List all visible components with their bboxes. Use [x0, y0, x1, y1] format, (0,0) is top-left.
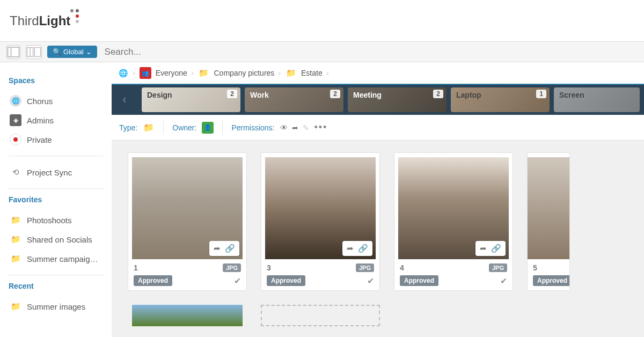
eye-icon[interactable]: 👁 — [280, 123, 288, 132]
search-scope-icon: 🔍 — [53, 48, 61, 56]
share-icon[interactable]: ➦ — [480, 244, 487, 253]
tab-label: Work — [250, 91, 269, 99]
tab-work[interactable]: Work 2 — [245, 87, 343, 112]
asset-card[interactable]: ➦ 🔗 1 JPG Approved ✔ — [128, 152, 247, 291]
folder-icon: 📁 — [10, 233, 21, 245]
asset-format-badge: JPG — [223, 263, 241, 272]
asset-card[interactable]: 5 Approved — [527, 152, 570, 291]
folder-icon: 📁 — [285, 67, 297, 79]
tab-label: Meeting — [353, 91, 382, 99]
group-icon[interactable]: 👥 — [140, 67, 151, 79]
avatar-icon — [10, 134, 21, 145]
sidebar-item-photoshoots[interactable]: 📁 Photoshoots — [9, 210, 103, 230]
share-icon[interactable]: ➦ — [292, 123, 298, 132]
asset-card[interactable]: ➦ 🔗 3 JPG Approved ✔ — [261, 152, 380, 291]
link-icon[interactable]: 🔗 — [491, 244, 501, 253]
brand-text: ThirdLight — [10, 13, 70, 28]
tab-design[interactable]: Design 2 — [142, 87, 240, 112]
asset-card[interactable] — [128, 305, 247, 326]
chevron-down-icon: ⌄ — [86, 48, 92, 56]
recent-heading: Recent — [9, 282, 103, 290]
asset-status-badge: Approved — [533, 275, 570, 286]
breadcrumb-item[interactable]: Everyone — [156, 69, 187, 77]
chevron-right-icon: › — [279, 70, 281, 76]
asset-status-badge: Approved — [400, 275, 438, 286]
folder-icon[interactable]: 📁 — [143, 122, 155, 134]
tab-meeting[interactable]: Meeting 2 — [348, 87, 447, 112]
divider — [9, 275, 103, 275]
more-menu-button[interactable]: ••• — [314, 122, 328, 133]
shield-icon: ◈ — [10, 114, 21, 126]
sidebar-item-label: Photoshoots — [27, 216, 71, 225]
global-scope-button[interactable]: 🔍 Global ⌄ — [47, 46, 97, 58]
global-label: Global — [63, 48, 84, 56]
tab-count: 2 — [227, 90, 237, 98]
link-icon[interactable]: 🔗 — [225, 244, 235, 253]
breadcrumb-item[interactable]: Company pictures — [214, 69, 275, 77]
tab-screen[interactable]: Screen — [554, 87, 640, 112]
asset-thumbnail: ➦ 🔗 — [132, 157, 243, 259]
asset-format-badge: JPG — [356, 263, 374, 272]
tab-count: 2 — [433, 90, 443, 98]
asset-number: 5 — [533, 263, 537, 272]
sidebar-item-sync[interactable]: ⟲ Project Sync — [9, 163, 103, 182]
sidebar-item-label: Shared on Socials — [27, 235, 92, 244]
edit-icon[interactable]: ✎ — [303, 123, 309, 132]
folder-icon: 📁 — [10, 214, 21, 226]
share-icon[interactable]: ➦ — [214, 244, 221, 253]
tab-label: Design — [147, 91, 172, 99]
asset-actions: ➦ 🔗 — [342, 241, 372, 256]
drop-zone[interactable] — [261, 305, 380, 326]
tab-label: Screen — [559, 91, 584, 99]
sidebar-item-private[interactable]: Private — [9, 130, 103, 149]
asset-number: 3 — [267, 263, 271, 272]
asset-status-badge: Approved — [134, 275, 172, 286]
link-icon[interactable]: 🔗 — [358, 244, 368, 253]
globe-icon: 🌐 — [10, 95, 21, 107]
sidebar-item-summer-campaign[interactable]: 📁 Summer campaign… — [9, 249, 103, 268]
divider — [222, 121, 223, 135]
owner-label: Owner: — [172, 123, 196, 132]
grid-layout-button[interactable] — [26, 45, 42, 59]
app-header: ThirdLight — [0, 0, 644, 42]
folder-icon: 📁 — [198, 67, 210, 79]
asset-thumbnail: ➦ 🔗 — [265, 157, 376, 259]
sidebar-item-summer-images[interactable]: 📁 Summer images — [9, 297, 103, 316]
permission-icons: 👁 ➦ ✎ — [280, 123, 309, 132]
sidebar-item-label: Private — [27, 135, 52, 144]
folder-icon: 📁 — [10, 253, 21, 265]
sidebar-item-shared-socials[interactable]: 📁 Shared on Socials — [9, 230, 103, 249]
sidebar-item-label: Chorus — [27, 97, 53, 106]
tab-laptop[interactable]: Laptop 1 — [451, 87, 550, 112]
tab-label: Laptop — [456, 91, 481, 99]
globe-icon[interactable]: 🌐 — [117, 67, 129, 79]
asset-card[interactable]: ➦ 🔗 4 JPG Approved ✔ — [394, 152, 513, 291]
sidebar-item-chorus[interactable]: 🌐 Chorus — [9, 91, 103, 111]
share-icon[interactable]: ➦ — [347, 244, 354, 253]
asset-number: 1 — [134, 263, 138, 272]
sidebar-toggle-button[interactable] — [6, 45, 20, 59]
chevron-right-icon: › — [133, 70, 135, 76]
sidebar-item-label: Summer campaign… — [27, 254, 102, 263]
asset-format-badge: JPG — [489, 263, 507, 272]
svg-rect-3 — [34, 47, 40, 56]
asset-thumbnail — [528, 157, 570, 259]
spaces-heading: Spaces — [9, 76, 103, 85]
owner-badge-icon[interactable]: 👤 — [202, 122, 214, 134]
tabs-back-button[interactable]: ‹ — [112, 85, 137, 115]
meta-bar: Type: 📁 Owner: 👤 Permissions: 👁 ➦ ✎ ••• — [112, 115, 644, 141]
svg-rect-0 — [8, 47, 19, 57]
sidebar-item-label: Admins — [27, 116, 54, 125]
sidebar: Spaces 🌐 Chorus ◈ Admins Private ⟲ Proje… — [0, 62, 112, 337]
divider — [163, 121, 164, 135]
main-content: 🌐 › 👥 Everyone › 📁 Company pictures › 📁 … — [112, 62, 644, 337]
search-input[interactable] — [103, 45, 638, 60]
folder-icon: 📁 — [10, 301, 21, 312]
sync-icon: ⟲ — [10, 166, 21, 178]
asset-grid: ➦ 🔗 1 JPG Approved ✔ — [112, 141, 644, 337]
asset-thumbnail — [132, 305, 243, 326]
sidebar-item-admins[interactable]: ◈ Admins — [9, 111, 103, 130]
sidebar-item-label: Summer images — [27, 302, 85, 311]
breadcrumb-item[interactable]: Estate — [301, 69, 323, 77]
sidebar-item-label: Project Sync — [27, 168, 72, 177]
